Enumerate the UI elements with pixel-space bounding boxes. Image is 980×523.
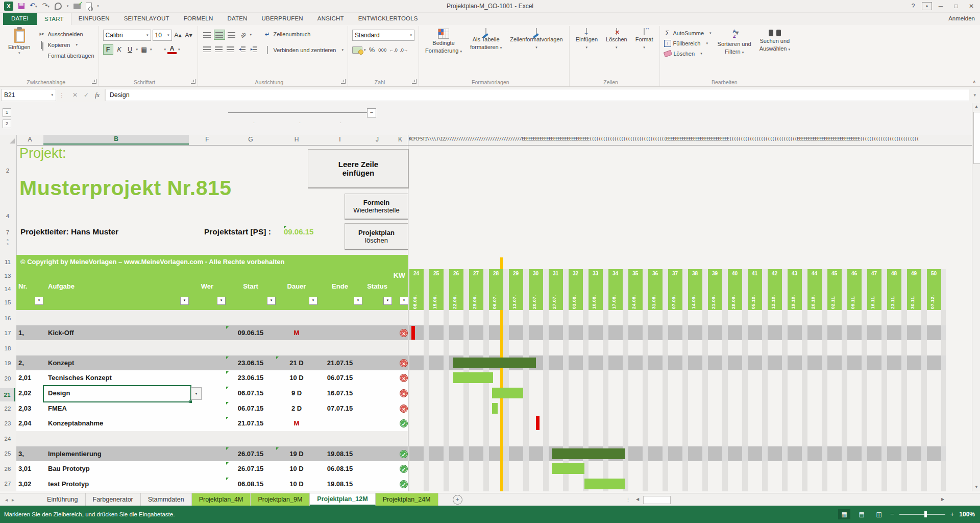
cell-start-20[interactable]: 23.06.15 bbox=[226, 370, 276, 385]
accounting-format-icon[interactable] bbox=[352, 46, 362, 54]
font-size-select[interactable]: 10▾ bbox=[153, 30, 172, 41]
format-painter-button[interactable]: Format übertragen bbox=[37, 51, 94, 60]
align-top-button[interactable] bbox=[202, 30, 212, 39]
cell-end-20[interactable]: 06.07.15 bbox=[317, 370, 362, 385]
copy-button[interactable]: Kopieren ▾ bbox=[37, 40, 94, 50]
shrink-font-button[interactable]: A▾ bbox=[184, 31, 193, 40]
format-cells-button[interactable]: ↔ Format▾ bbox=[633, 28, 655, 52]
close-button[interactable]: ✕ bbox=[965, 1, 978, 11]
decrease-indent-button[interactable]: ◂ bbox=[237, 44, 248, 54]
cell-task-25[interactable]: Implementierung bbox=[48, 446, 186, 461]
cell-start-26[interactable]: 26.07.15 bbox=[226, 461, 276, 476]
cell-task-20[interactable]: Tecnisches Konzept bbox=[48, 370, 186, 385]
cell-nr-26[interactable]: 3,01 bbox=[18, 461, 45, 476]
find-select-button[interactable]: Suchen undAuswählen ▾ bbox=[757, 28, 792, 54]
filter-button-I[interactable]: ▼ bbox=[354, 297, 362, 305]
cancel-icon[interactable]: ✕ bbox=[72, 91, 78, 99]
cell-end-21[interactable]: 16.07.15 bbox=[317, 386, 362, 400]
filter-button-J[interactable]: ▼ bbox=[383, 297, 392, 305]
fill-button[interactable]: ↓Füllbereich ▾ bbox=[664, 39, 712, 47]
filter-button-A[interactable]: ▼ bbox=[35, 297, 43, 305]
cell-task-23[interactable]: Konzeptabnahme bbox=[48, 416, 186, 431]
cell-dropdown-button[interactable]: ▼ bbox=[191, 387, 202, 400]
cell-end-17[interactable] bbox=[317, 325, 362, 340]
column-header-K[interactable]: K bbox=[392, 135, 408, 145]
sign-in-link[interactable]: Anmelden bbox=[948, 15, 975, 21]
align-left-button[interactable] bbox=[202, 44, 212, 54]
cell-nr-17[interactable]: 1, bbox=[18, 325, 45, 340]
filter-button-F[interactable]: ▼ bbox=[217, 297, 226, 305]
tab-scroll-right-icon[interactable]: ▸ bbox=[12, 497, 14, 503]
ribbon-tab-ansicht[interactable]: ANSICHT bbox=[310, 13, 351, 25]
ribbon-tab-datei[interactable]: DATEI bbox=[3, 13, 37, 25]
borders-dropdown-icon[interactable]: ▾ bbox=[150, 47, 152, 52]
undo-icon[interactable]: ↶▾ bbox=[30, 2, 37, 11]
maximize-button[interactable]: □ bbox=[949, 1, 963, 11]
collapse-group-button[interactable]: − bbox=[367, 108, 376, 117]
outline-level1-button[interactable]: 1 bbox=[3, 108, 11, 117]
comma-style-button[interactable]: 000 bbox=[378, 45, 387, 55]
cell-task-27[interactable]: test Prototyp bbox=[48, 477, 186, 491]
percent-style-button[interactable]: % bbox=[368, 45, 377, 55]
align-middle-button[interactable] bbox=[214, 30, 225, 40]
clipboard-dialog-launcher-icon[interactable] bbox=[92, 79, 96, 84]
cell-nr-22[interactable]: 2,03 bbox=[18, 401, 45, 416]
page-layout-view-icon[interactable]: ▤ bbox=[855, 509, 868, 519]
enter-icon[interactable]: ✓ bbox=[84, 91, 89, 99]
column-header-A[interactable]: A bbox=[16, 135, 43, 145]
clear-button[interactable]: Löschen ▾ bbox=[664, 49, 712, 58]
sheet-tab-farbgenerator[interactable]: Farbgenerator bbox=[86, 493, 141, 506]
column-header-F[interactable]: F bbox=[189, 135, 226, 145]
touch-mode-dropdown-icon[interactable]: ▾ bbox=[67, 4, 69, 8]
ribbon-display-button[interactable]: ▴ bbox=[922, 2, 932, 10]
cut-button[interactable]: ✂Ausschneiden bbox=[37, 30, 94, 39]
delete-project-plan-button[interactable]: Projektplanlöschen bbox=[345, 223, 408, 250]
cell-nr-20[interactable]: 2,01 bbox=[18, 370, 45, 385]
cell-end-19[interactable]: 21.07.15 bbox=[317, 355, 362, 370]
increase-decimal-button[interactable]: ←.0 bbox=[389, 45, 398, 55]
collapse-ribbon-icon[interactable]: ∧ bbox=[972, 79, 976, 84]
column-header-H[interactable]: H bbox=[276, 135, 317, 145]
cell-start-22[interactable]: 06.07.15 bbox=[226, 401, 276, 416]
zoom-in-icon[interactable]: + bbox=[950, 511, 954, 518]
zoom-slider[interactable] bbox=[899, 514, 945, 515]
row-header-15[interactable]: 15 bbox=[0, 298, 15, 307]
paste-button[interactable]: Einfügen▾ bbox=[5, 28, 33, 56]
align-center-button[interactable] bbox=[214, 44, 224, 54]
sheet-tab-einführung[interactable]: Einführung bbox=[40, 493, 85, 506]
sheet-tab-projektplan_9m[interactable]: Projektplan_9M bbox=[251, 493, 310, 506]
row-header-13[interactable]: 13 bbox=[0, 271, 15, 280]
cell-start-23[interactable]: 21.07.15 bbox=[226, 416, 276, 431]
cell-end-23[interactable] bbox=[317, 416, 362, 431]
cell-task-22[interactable]: FMEA bbox=[48, 401, 186, 416]
sort-filter-button[interactable]: AZ▼ Sortieren undFiltern ▾ bbox=[716, 28, 753, 57]
wrap-text-button[interactable]: ↵Zeilenumbruch bbox=[263, 30, 344, 39]
namebox-splitter[interactable]: ⋮ bbox=[56, 92, 67, 98]
column-header-J[interactable]: J bbox=[362, 135, 392, 145]
number-dialog-launcher-icon[interactable] bbox=[412, 79, 416, 84]
align-right-button[interactable] bbox=[226, 44, 236, 54]
cell-duration-27[interactable]: 10 D bbox=[276, 477, 317, 491]
cell-nr-19[interactable]: 2, bbox=[18, 355, 45, 370]
cell-duration-17[interactable]: M bbox=[276, 325, 317, 340]
cell-task-26[interactable]: Bau Prototyp bbox=[48, 461, 186, 476]
sheet-tab-projektplan_24m[interactable]: Projektplan_24M bbox=[376, 493, 438, 506]
row-header-9[interactable]: 9 bbox=[0, 243, 15, 246]
row-header-14[interactable]: 14 bbox=[0, 284, 15, 294]
grow-font-button[interactable]: A▴ bbox=[174, 31, 183, 40]
cell-end-25[interactable]: 19.08.15 bbox=[317, 446, 362, 461]
cell-duration-25[interactable]: 19 D bbox=[276, 446, 317, 461]
filter-button-H[interactable]: ▼ bbox=[309, 297, 317, 305]
scroll-up-icon[interactable]: ▲ bbox=[973, 104, 979, 110]
cell-nr-25[interactable]: 3, bbox=[18, 446, 45, 461]
row-header-4[interactable]: 4 bbox=[0, 211, 15, 221]
cell-task-17[interactable]: Kick-Off bbox=[48, 325, 186, 340]
row-header-8[interactable]: 8 bbox=[0, 239, 15, 242]
underline-button[interactable]: U bbox=[126, 45, 135, 54]
cell-duration-21[interactable]: 9 D bbox=[276, 386, 317, 400]
autosum-button[interactable]: ΣAutoSumme ▾ bbox=[664, 29, 712, 37]
insert-empty-row-button[interactable]: Leere Zeileeinfügen bbox=[308, 149, 409, 188]
alignment-dialog-launcher-icon[interactable] bbox=[341, 79, 346, 84]
row-header-7[interactable]: 7 bbox=[0, 228, 15, 237]
filter-button-G[interactable]: ▼ bbox=[267, 297, 276, 305]
